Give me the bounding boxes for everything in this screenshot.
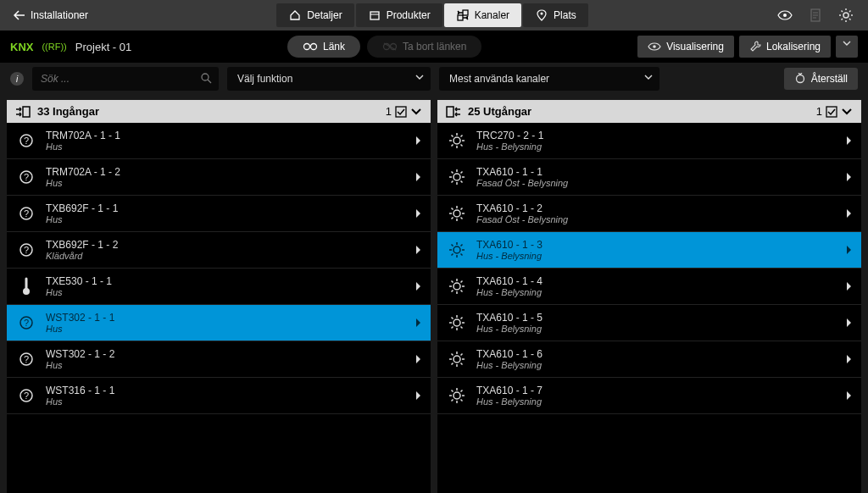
list-item[interactable]: ?TRM702A - 1 - 1Hus	[7, 123, 431, 159]
light-icon	[446, 348, 468, 370]
doc-button[interactable]	[804, 5, 827, 25]
list-item[interactable]: TXA610 - 1 - 2Fasad Öst - Belysning	[437, 196, 861, 232]
svg-rect-14	[23, 107, 30, 117]
unlink-button[interactable]: Ta bort länken	[367, 36, 481, 58]
inputs-list[interactable]: ?TRM702A - 1 - 1Hus?TRM702A - 1 - 2Hus?T…	[7, 123, 431, 493]
caret-down-icon	[415, 75, 424, 80]
back-button[interactable]: Installationer	[7, 9, 95, 21]
item-text: TXA610 - 1 - 7Hus - Belysning	[476, 385, 837, 407]
svg-point-13	[796, 75, 804, 83]
chevron-right-icon	[846, 172, 853, 182]
chevron-down-icon[interactable]	[410, 108, 422, 115]
list-item[interactable]: ?WST302 - 1 - 1Hus	[7, 305, 431, 341]
gear-icon	[838, 8, 854, 23]
svg-point-38	[453, 319, 460, 326]
svg-point-3	[541, 13, 543, 15]
svg-point-8	[310, 44, 316, 50]
item-title: TXA610 - 1 - 5	[476, 312, 837, 324]
svg-point-12	[202, 74, 209, 80]
rf-badge: ((RF))	[42, 42, 66, 52]
inputs-title: 33 Ingångar	[37, 105, 386, 118]
list-item[interactable]: TXA610 - 1 - 4Hus - Belysning	[437, 269, 861, 305]
function-dropdown[interactable]: Välj funktion	[227, 67, 431, 91]
item-subtitle: Hus - Belysning	[476, 141, 837, 152]
list-item[interactable]: TXA610 - 1 - 1Fasad Öst - Belysning	[437, 159, 861, 196]
tab-products[interactable]: Produkter	[356, 3, 442, 27]
chevron-right-icon	[415, 245, 422, 255]
list-item[interactable]: ?WST316 - 1 - 1Hus	[7, 378, 431, 414]
localization-button[interactable]: Lokalisering	[739, 36, 831, 58]
svg-point-24	[23, 288, 30, 295]
item-title: TXA610 - 1 - 2	[476, 202, 837, 214]
light-icon	[446, 312, 468, 334]
reset-button[interactable]: Återställ	[784, 68, 858, 90]
unknown-icon: ?	[15, 130, 37, 152]
light-icon	[446, 202, 468, 224]
outputs-column: 25 Utgångar 1 TRC270 - 2 - 1Hus - Belysn…	[437, 100, 861, 493]
svg-text:?: ?	[24, 136, 29, 146]
most-used-dropdown[interactable]: Mest använda kanaler	[439, 67, 659, 91]
eye-icon	[777, 10, 793, 20]
item-subtitle: Hus	[46, 287, 407, 297]
tab-location[interactable]: Plats	[523, 3, 588, 27]
item-text: TRM702A - 1 - 1Hus	[46, 130, 407, 152]
tab-channels[interactable]: Kanaler	[444, 3, 521, 27]
tab-label: Detaljer	[307, 9, 342, 21]
visualization-button[interactable]: Visualisering	[637, 36, 734, 58]
list-item[interactable]: TXA610 - 1 - 5Hus - Belysning	[437, 305, 861, 341]
item-subtitle: Hus	[46, 360, 407, 370]
eye-button[interactable]	[773, 5, 797, 25]
tab-details[interactable]: Detaljer	[276, 3, 353, 27]
outputs-title: 25 Utgångar	[468, 105, 816, 118]
outputs-selected-count: 1	[816, 105, 853, 118]
wrench-icon	[749, 41, 761, 53]
list-item[interactable]: ?WST302 - 1 - 2Hus	[7, 341, 431, 378]
list-item[interactable]: ?TRM702A - 1 - 2Hus	[7, 159, 431, 196]
list-item[interactable]: ?TXB692F - 1 - 2Klädvård	[7, 232, 431, 269]
unknown-icon: ?	[15, 312, 37, 334]
list-item[interactable]: TXA610 - 1 - 7Hus - Belysning	[437, 378, 861, 414]
list-item[interactable]: ?TXB692F - 1 - 1Hus	[7, 196, 431, 232]
list-item[interactable]: TXA610 - 1 - 6Hus - Belysning	[437, 341, 861, 378]
item-text: TRC270 - 2 - 1Hus - Belysning	[476, 130, 837, 152]
svg-rect-2	[458, 15, 463, 20]
item-text: WST316 - 1 - 1Hus	[46, 385, 407, 407]
caret-down-icon	[644, 75, 653, 80]
context-bar: KNX ((RF)) Projekt - 01 Länk Ta bort län…	[0, 30, 868, 63]
list-item[interactable]: TXE530 - 1 - 1Hus	[7, 269, 431, 305]
svg-point-36	[453, 246, 460, 253]
svg-rect-15	[396, 107, 406, 117]
settings-button[interactable]	[834, 5, 858, 25]
item-subtitle: Hus - Belysning	[476, 251, 837, 261]
columns: 33 Ingångar 1 ?TRM702A - 1 - 1Hus?TRM702…	[0, 95, 868, 493]
chevron-down-icon[interactable]	[841, 108, 853, 115]
svg-text:?: ?	[24, 172, 29, 182]
filter-bar: i Välj funktion Mest använda kanaler Åte…	[0, 63, 868, 95]
svg-text:?: ?	[24, 354, 29, 364]
link-label: Länk	[323, 41, 345, 53]
link-button[interactable]: Länk	[287, 36, 360, 58]
outputs-list[interactable]: TRC270 - 2 - 1Hus - BelysningTXA610 - 1 …	[437, 123, 861, 493]
svg-point-6	[843, 13, 849, 18]
tab-label: Plats	[554, 9, 576, 21]
item-subtitle: Fasad Öst - Belysning	[476, 178, 837, 188]
inputs-column: 33 Ingångar 1 ?TRM702A - 1 - 1Hus?TRM702…	[7, 100, 431, 493]
list-item[interactable]: TRC270 - 2 - 1Hus - Belysning	[437, 123, 861, 159]
list-item[interactable]: TXA610 - 1 - 3Hus - Belysning	[437, 232, 861, 269]
search-input[interactable]	[32, 67, 219, 91]
svg-point-33	[453, 137, 460, 144]
chevron-right-icon	[846, 208, 853, 219]
svg-rect-1	[463, 10, 468, 15]
most-used-label: Mest använda kanaler	[449, 73, 549, 85]
item-title: TXA610 - 1 - 1	[476, 166, 837, 178]
svg-point-35	[453, 210, 460, 217]
search-icon	[200, 72, 212, 84]
inputs-icon	[15, 106, 31, 118]
localization-more-button[interactable]	[836, 36, 858, 58]
item-title: TXB692F - 1 - 1	[46, 202, 407, 214]
svg-point-11	[653, 45, 656, 48]
chevron-right-icon	[415, 391, 422, 401]
svg-text:?: ?	[24, 318, 29, 328]
item-text: TXB692F - 1 - 2Klädvård	[46, 239, 407, 261]
info-icon[interactable]: i	[10, 72, 24, 86]
